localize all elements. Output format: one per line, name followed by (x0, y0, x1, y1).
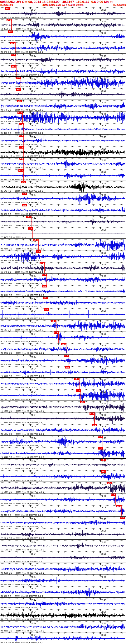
trace-label: CN.NLLB BHZ -- 99999.0km BW_HIGHPASS_2.0… (0, 28, 44, 30)
pick-flag[interactable]: xT 4 (89, 412, 95, 415)
pick-flag[interactable]: xT 4 (101, 470, 106, 473)
trace-label: TA.A04D BHZ -- 99999.0km BW_HIGHPASS_2.0… (0, 410, 44, 412)
minute-label: 15:24 (31, 576, 37, 578)
pick-flag[interactable]: xT 4 (11, 65, 16, 68)
trace-label: UW.SVQH EHZ -- 99999.0km BW_HIGHPASS_2.0… (0, 294, 44, 296)
pick-flag[interactable]: xT 4 (17, 100, 22, 102)
trace-label: UW.MJ2 EHZ -- 99999.0km BW_HIGHPASS_2.0_… (0, 514, 43, 516)
minute-label: 15:25 (101, 322, 106, 324)
minute-label: 15:24 (31, 564, 37, 567)
minute-label: 15:25 (101, 634, 106, 636)
trace-label: UW.LCCR HHZ -- 99999.0km BW_HIGHPASS_2.0… (0, 618, 44, 620)
pick-flag[interactable]: xT 4 (8, 30, 13, 33)
minute-label: 15:24 (31, 275, 37, 277)
pick-flag[interactable]: xT 4 (26, 216, 31, 218)
trace-label: UW.SOS EHZ -- 99999.0km BW_HIGHPASS_2.0_… (0, 329, 43, 331)
pick-flag[interactable]: xT 4 (19, 123, 24, 126)
minute-label: 15:24 (31, 44, 37, 46)
pick-flag[interactable]: xT 4 (19, 146, 24, 148)
minute-label: 15:25 (101, 588, 106, 590)
trace-label: UW.BEND EHZ -- 99999.0km BW_HIGHPASS_2.0… (0, 572, 44, 574)
pick-flag[interactable]: xT 4 (92, 424, 97, 426)
minute-label: 15:24 (31, 322, 37, 324)
pick-flag[interactable]: xT 4 (22, 204, 27, 206)
trace-label: UW.ALKI EHZ -- 99999.0km BW_HIGHPASS_2.0… (0, 526, 44, 528)
pick-flag[interactable]: xT 4 (120, 517, 125, 519)
pick-flag[interactable]: xT 4 (98, 436, 103, 438)
pick-flag[interactable]: xT 4 (21, 181, 26, 183)
minute-label: 15:25 (101, 495, 106, 497)
pick-flag[interactable]: xT 4 (80, 401, 85, 403)
pick-flag[interactable]: xT 4 (16, 77, 21, 79)
minute-label: 15:24 (31, 333, 37, 335)
pick-flag[interactable]: xT 4 (51, 320, 56, 322)
minute-label: 15:25 (101, 426, 106, 428)
pick-flag[interactable]: xT 4 (111, 494, 116, 496)
minute-label: 15:25 (101, 310, 106, 312)
minute-label: 15:25 (101, 484, 106, 486)
pick-flag[interactable]: xT 4 (65, 366, 70, 368)
pick-flag[interactable]: xT 4 (36, 250, 41, 253)
trace-label: PB.B941 EHZ -- 99999.0km BW_HIGHPASS_2.0… (0, 480, 44, 481)
trace-label: UW.OT3 EHZ -- 99999.0km BW_HIGHPASS_2.0_… (0, 51, 43, 53)
pick-flag[interactable]: xT 4 (10, 42, 15, 44)
minute-label: 15:25 (101, 402, 106, 404)
trace-label: CN.RNT BHZ -- 99999.0km BW_HIGHPASS_2.0_… (0, 16, 43, 18)
trace-label: UW.RRHS EHZ -- 99999.0km BW_HIGHPASS_2.0… (0, 352, 44, 354)
pick-flag[interactable]: xT 4 (43, 297, 48, 299)
trace-label: UW.RCM EHZ -- 99999.0km BW_HIGHPASS_2.0_… (0, 74, 43, 76)
pick-flag[interactable]: xT 4 (33, 239, 38, 241)
pick-flag[interactable]: xT 4 (16, 88, 21, 91)
trace-label: TA.I04A BHZ -- 99999.0km BW_HIGHPASS_2.0… (0, 491, 44, 493)
trace-label: UW.HMET EHZ -- 99999.0km BW_HIGHPASS_2.0… (0, 283, 44, 284)
minute-label: 15:25 (101, 530, 106, 532)
pick-flag[interactable]: xT 4 (22, 192, 27, 195)
minute-label: 15:24 (31, 136, 37, 138)
pick-flag[interactable]: xT 4 (19, 135, 24, 137)
pick-flag[interactable]: xT 4 (76, 389, 81, 392)
pick-flag[interactable]: xT 4 (42, 274, 47, 276)
minute-label: 15:24 (31, 252, 37, 254)
trace-label: PB.B020 EHZ -- 99999.0km BW_HIGHPASS_2.0… (0, 502, 44, 504)
pick-flag[interactable]: xT 4 (101, 459, 106, 461)
minute-label: 15:24 (31, 507, 37, 509)
pick-flag[interactable]: xT 4 (61, 343, 66, 345)
trace-label: NC.KTR EHZ -- 99999.0km BW_HIGHPASS_2.0_… (0, 340, 43, 342)
trace-label: UW.GBB EHZ -- 99999.0km BW_HIGHPASS_2.0_… (0, 306, 43, 308)
window-start-time: 15:23:34.00 (0, 4, 13, 6)
trace-label: CN.EDB BHZ -- 99999.0km BW_HIGHPASS_2.0_… (0, 468, 43, 470)
minute-label: 15:25 (101, 148, 106, 150)
minute-label: 15:25 (101, 217, 106, 219)
pick-flag[interactable]: xT 4 (28, 227, 33, 230)
trace-label: UW.EPH EHZ -- 99999.0km BW_HIGHPASS_2.0_… (0, 398, 43, 400)
pick-flag[interactable]: xT 4 (19, 158, 24, 160)
minute-label: 15:24 (31, 298, 37, 300)
pick-flag[interactable]: xT 4 (64, 354, 69, 357)
minute-label: 15:25 (101, 611, 106, 613)
pick-flag[interactable]: xT 4 (18, 170, 23, 172)
minute-label: 15:25 (101, 159, 106, 162)
pick-flag[interactable]: xT 4 (44, 308, 49, 310)
minute-label: 15:25 (101, 78, 106, 80)
pick-flag[interactable]: xT 4 (5, 7, 10, 10)
minute-label: 15:25 (101, 171, 106, 173)
minute-label: 15:25 (101, 264, 106, 266)
minute-label: 15:24 (31, 449, 37, 451)
pick-flag[interactable]: xT 4 (40, 262, 45, 264)
pick-flag[interactable]: xT 4 (17, 112, 22, 114)
trace-label: UW.GMO EHZ -- 99999.0km BW_HIGHPASS_2.0_… (0, 213, 43, 215)
minute-label: 15:24 (31, 125, 37, 127)
pick-flag[interactable]: xT 4 (42, 285, 47, 288)
pick-flag[interactable]: xT 4 (11, 54, 16, 56)
pick-flag[interactable]: xT 4 (74, 378, 79, 380)
waveform-canvas[interactable] (0, 7, 126, 644)
trace-label: PB.B943 EHZ -- 99999.0km BW_HIGHPASS_2.0… (0, 456, 44, 458)
pick-flag[interactable]: xT 4 (107, 482, 112, 484)
pick-flag[interactable]: xT 4 (6, 19, 11, 21)
trace-label: TA.I05D BHZ -- 99999.0km BW_HIGHPASS_2.0… (0, 98, 44, 99)
waveform-review-window: 60888252 UW Oct 08, 2014 15:23:54.00 49.… (0, 0, 126, 644)
pick-flag[interactable]: xT 4 (98, 447, 103, 450)
pick-flag[interactable]: xT 4 (116, 505, 121, 508)
pick-flag[interactable]: xT 4 (54, 332, 59, 334)
minute-label: 15:25 (101, 298, 106, 300)
